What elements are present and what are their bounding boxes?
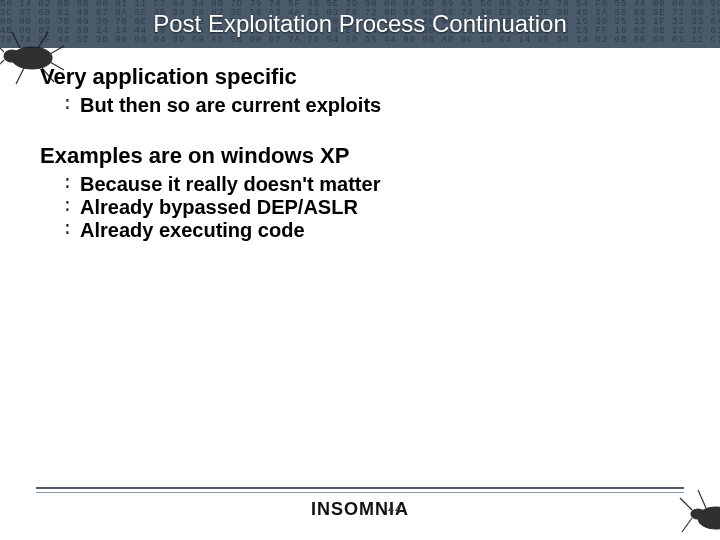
bullet-2-sub-2: : Already bypassed DEP/ASLR — [62, 196, 680, 219]
brand-label: INSOMNIA 44 — [36, 499, 684, 520]
bullet-marker: : — [62, 219, 80, 239]
slide: 50 14 02 0B 86 00 01 11 C7 04 34 0B 7D 7… — [0, 0, 720, 540]
footer: INSOMNIA 44 — [36, 487, 684, 520]
slide-title: Post Exploitation Process Continuation — [0, 0, 720, 48]
bullet-1: Very application specific — [40, 64, 680, 90]
bullet-marker: : — [62, 196, 80, 216]
bullet-text: Already executing code — [80, 219, 305, 242]
bullet-2: Examples are on windows XP — [40, 143, 680, 169]
bullet-1-sub-1: : But then so are current exploits — [62, 94, 680, 117]
svg-point-3 — [691, 509, 705, 519]
footer-rule-thin — [36, 492, 684, 493]
footer-rule — [36, 487, 684, 489]
content-area: Very application specific : But then so … — [40, 64, 680, 242]
bullet-text: But then so are current exploits — [80, 94, 381, 117]
bullet-text: Already bypassed DEP/ASLR — [80, 196, 358, 219]
bullet-marker: : — [62, 173, 80, 193]
header-band: 50 14 02 0B 86 00 01 11 C7 04 34 0B 7D 7… — [0, 0, 720, 48]
bullet-2-sub-3: : Already executing code — [62, 219, 680, 242]
svg-point-1 — [4, 50, 20, 62]
bullet-marker: : — [62, 94, 80, 114]
bullet-text: Because it really doesn't matter — [80, 173, 380, 196]
bug-icon — [678, 484, 720, 538]
page-number: 44 — [388, 503, 402, 515]
bullet-2-sub-1: : Because it really doesn't matter — [62, 173, 680, 196]
